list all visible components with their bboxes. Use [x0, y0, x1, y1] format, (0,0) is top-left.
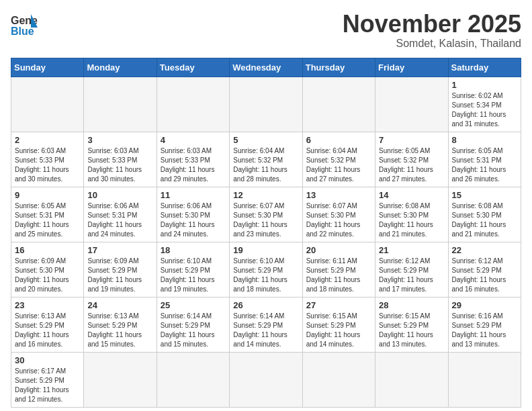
calendar-cell [11, 77, 84, 132]
calendar-cell: 2Sunrise: 6:03 AMSunset: 5:33 PMDaylight… [11, 132, 84, 187]
calendar-cell: 8Sunrise: 6:05 AMSunset: 5:31 PMDaylight… [448, 132, 521, 187]
calendar-cell [302, 352, 375, 407]
calendar-cell: 7Sunrise: 6:05 AMSunset: 5:32 PMDaylight… [375, 132, 448, 187]
column-header-wednesday: Wednesday [230, 58, 302, 77]
calendar-cell: 16Sunrise: 6:09 AMSunset: 5:30 PMDayligh… [11, 242, 84, 297]
calendar-week-row: 2Sunrise: 6:03 AMSunset: 5:33 PMDaylight… [11, 132, 521, 187]
day-number: 1 [452, 80, 517, 90]
day-number: 7 [379, 135, 444, 145]
calendar-cell [302, 77, 375, 132]
day-number: 10 [87, 190, 152, 200]
column-header-thursday: Thursday [302, 58, 375, 77]
calendar-cell: 6Sunrise: 6:04 AMSunset: 5:32 PMDaylight… [302, 132, 375, 187]
day-number: 12 [233, 190, 298, 200]
day-number: 26 [233, 300, 298, 310]
day-info: Sunrise: 6:17 AMSunset: 5:29 PMDaylight:… [15, 367, 80, 404]
calendar-cell [230, 77, 302, 132]
day-info: Sunrise: 6:06 AMSunset: 5:30 PMDaylight:… [161, 201, 226, 239]
calendar-cell: 20Sunrise: 6:11 AMSunset: 5:29 PMDayligh… [302, 242, 375, 297]
column-header-monday: Monday [84, 58, 157, 77]
calendar-cell [157, 77, 229, 132]
calendar-cell: 24Sunrise: 6:13 AMSunset: 5:29 PMDayligh… [84, 297, 157, 352]
day-info: Sunrise: 6:13 AMSunset: 5:29 PMDaylight:… [87, 312, 152, 349]
calendar-cell: 1Sunrise: 6:02 AMSunset: 5:34 PMDaylight… [448, 77, 521, 132]
calendar-week-row: 9Sunrise: 6:05 AMSunset: 5:31 PMDaylight… [11, 187, 521, 242]
calendar-cell: 14Sunrise: 6:08 AMSunset: 5:30 PMDayligh… [375, 187, 448, 242]
page-header: General Blue November 2025 Somdet, Kalas… [11, 11, 521, 50]
calendar-cell [84, 352, 157, 407]
day-number: 20 [306, 245, 371, 255]
day-number: 14 [379, 190, 444, 200]
title-area: November 2025 Somdet, Kalasin, Thailand [343, 11, 521, 50]
day-number: 2 [15, 135, 80, 145]
day-info: Sunrise: 6:09 AMSunset: 5:30 PMDaylight:… [15, 257, 80, 294]
day-info: Sunrise: 6:07 AMSunset: 5:30 PMDaylight:… [306, 201, 371, 239]
day-number: 6 [306, 135, 371, 145]
month-title: November 2025 [343, 11, 521, 38]
calendar-cell [84, 77, 157, 132]
day-info: Sunrise: 6:07 AMSunset: 5:30 PMDaylight:… [233, 201, 298, 239]
day-number: 15 [452, 190, 517, 200]
calendar-week-row: 1Sunrise: 6:02 AMSunset: 5:34 PMDaylight… [11, 77, 521, 132]
day-number: 22 [452, 245, 517, 255]
logo: General Blue [11, 11, 38, 38]
day-info: Sunrise: 6:15 AMSunset: 5:29 PMDaylight:… [306, 312, 371, 349]
day-info: Sunrise: 6:15 AMSunset: 5:29 PMDaylight:… [379, 312, 444, 349]
day-info: Sunrise: 6:08 AMSunset: 5:30 PMDaylight:… [452, 201, 517, 239]
calendar-cell: 11Sunrise: 6:06 AMSunset: 5:30 PMDayligh… [157, 187, 229, 242]
calendar-week-row: 16Sunrise: 6:09 AMSunset: 5:30 PMDayligh… [11, 242, 521, 297]
calendar-cell [157, 352, 229, 407]
calendar-cell: 10Sunrise: 6:06 AMSunset: 5:31 PMDayligh… [84, 187, 157, 242]
day-info: Sunrise: 6:12 AMSunset: 5:29 PMDaylight:… [379, 257, 444, 294]
column-header-saturday: Saturday [448, 58, 521, 77]
day-number: 21 [379, 245, 444, 255]
calendar-cell [375, 77, 448, 132]
day-info: Sunrise: 6:05 AMSunset: 5:31 PMDaylight:… [452, 146, 517, 184]
day-info: Sunrise: 6:03 AMSunset: 5:33 PMDaylight:… [15, 146, 80, 184]
logo-icon: General Blue [11, 11, 38, 38]
column-header-friday: Friday [375, 58, 448, 77]
calendar-cell: 21Sunrise: 6:12 AMSunset: 5:29 PMDayligh… [375, 242, 448, 297]
calendar-cell: 15Sunrise: 6:08 AMSunset: 5:30 PMDayligh… [448, 187, 521, 242]
day-number: 11 [161, 190, 226, 200]
day-info: Sunrise: 6:05 AMSunset: 5:32 PMDaylight:… [379, 146, 444, 184]
day-info: Sunrise: 6:10 AMSunset: 5:29 PMDaylight:… [233, 257, 298, 294]
day-number: 24 [87, 300, 152, 310]
day-number: 9 [15, 190, 80, 200]
calendar-cell: 27Sunrise: 6:15 AMSunset: 5:29 PMDayligh… [302, 297, 375, 352]
day-number: 4 [161, 135, 226, 145]
day-info: Sunrise: 6:14 AMSunset: 5:29 PMDaylight:… [233, 312, 298, 349]
calendar-header-row: SundayMondayTuesdayWednesdayThursdayFrid… [11, 58, 521, 77]
calendar-cell: 30Sunrise: 6:17 AMSunset: 5:29 PMDayligh… [11, 352, 84, 407]
calendar-cell: 25Sunrise: 6:14 AMSunset: 5:29 PMDayligh… [157, 297, 229, 352]
day-number: 3 [87, 135, 152, 145]
calendar-week-row: 23Sunrise: 6:13 AMSunset: 5:29 PMDayligh… [11, 297, 521, 352]
column-header-tuesday: Tuesday [157, 58, 229, 77]
day-info: Sunrise: 6:16 AMSunset: 5:29 PMDaylight:… [452, 312, 517, 349]
day-info: Sunrise: 6:11 AMSunset: 5:29 PMDaylight:… [306, 257, 371, 294]
calendar-cell [375, 352, 448, 407]
calendar-table: SundayMondayTuesdayWednesdayThursdayFrid… [11, 58, 521, 408]
day-number: 16 [15, 245, 80, 255]
day-number: 19 [233, 245, 298, 255]
calendar-cell [448, 352, 521, 407]
day-number: 5 [233, 135, 298, 145]
calendar-cell: 4Sunrise: 6:03 AMSunset: 5:33 PMDaylight… [157, 132, 229, 187]
calendar-cell: 26Sunrise: 6:14 AMSunset: 5:29 PMDayligh… [230, 297, 302, 352]
calendar-cell: 28Sunrise: 6:15 AMSunset: 5:29 PMDayligh… [375, 297, 448, 352]
calendar-cell: 5Sunrise: 6:04 AMSunset: 5:32 PMDaylight… [230, 132, 302, 187]
calendar-cell: 23Sunrise: 6:13 AMSunset: 5:29 PMDayligh… [11, 297, 84, 352]
calendar-cell: 12Sunrise: 6:07 AMSunset: 5:30 PMDayligh… [230, 187, 302, 242]
day-info: Sunrise: 6:03 AMSunset: 5:33 PMDaylight:… [161, 146, 226, 184]
day-info: Sunrise: 6:03 AMSunset: 5:33 PMDaylight:… [87, 146, 152, 184]
day-info: Sunrise: 6:08 AMSunset: 5:30 PMDaylight:… [379, 201, 444, 239]
day-number: 25 [161, 300, 226, 310]
calendar-cell: 9Sunrise: 6:05 AMSunset: 5:31 PMDaylight… [11, 187, 84, 242]
calendar-cell: 17Sunrise: 6:09 AMSunset: 5:29 PMDayligh… [84, 242, 157, 297]
day-number: 30 [15, 355, 80, 365]
day-info: Sunrise: 6:14 AMSunset: 5:29 PMDaylight:… [161, 312, 226, 349]
calendar-cell: 29Sunrise: 6:16 AMSunset: 5:29 PMDayligh… [448, 297, 521, 352]
svg-text:Blue: Blue [11, 26, 34, 37]
day-number: 8 [452, 135, 517, 145]
calendar-cell: 19Sunrise: 6:10 AMSunset: 5:29 PMDayligh… [230, 242, 302, 297]
